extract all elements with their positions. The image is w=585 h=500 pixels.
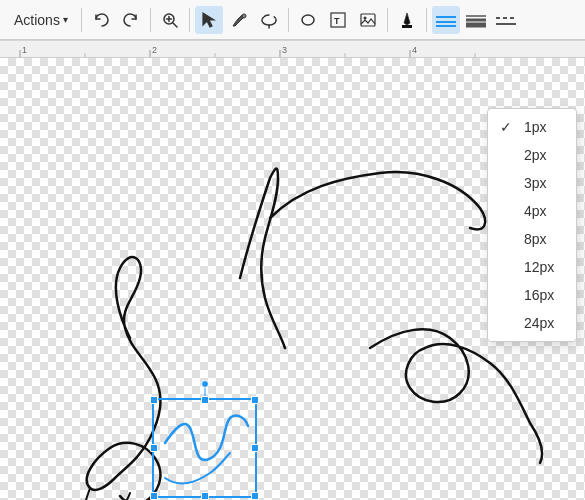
toolbar: Actions ▾ bbox=[0, 0, 585, 40]
undo-button[interactable] bbox=[87, 6, 115, 34]
canvas-area[interactable]: ✓ 1px 2px 3px 4px 8px 12px 16px 2 bbox=[0, 58, 585, 500]
pen-color-button[interactable] bbox=[393, 6, 421, 34]
draw-icon bbox=[230, 11, 248, 29]
separator-2 bbox=[150, 8, 151, 32]
image-button[interactable] bbox=[354, 6, 382, 34]
line-style-thin-icon bbox=[435, 11, 457, 29]
actions-caret: ▾ bbox=[63, 14, 68, 25]
menu-item-12px[interactable]: 12px bbox=[488, 253, 576, 281]
separator-4 bbox=[288, 8, 289, 32]
svg-rect-12 bbox=[402, 25, 412, 28]
svg-line-1 bbox=[173, 23, 177, 27]
line-style-thick-icon bbox=[465, 11, 487, 29]
svg-point-5 bbox=[242, 14, 246, 18]
actions-menu-button[interactable]: Actions ▾ bbox=[6, 8, 76, 32]
separator-1 bbox=[81, 8, 82, 32]
ruler: 1 2 3 4 bbox=[0, 40, 585, 58]
redo-icon bbox=[122, 11, 140, 29]
line-style-thick-button[interactable] bbox=[462, 6, 490, 34]
lasso-button[interactable] bbox=[255, 6, 283, 34]
svg-text:2: 2 bbox=[152, 45, 157, 55]
separator-3 bbox=[189, 8, 190, 32]
menu-label-2px: 2px bbox=[524, 147, 560, 163]
text-button[interactable]: T bbox=[324, 6, 352, 34]
svg-text:1: 1 bbox=[22, 45, 27, 55]
zoom-icon bbox=[161, 11, 179, 29]
select-icon bbox=[200, 11, 218, 29]
image-icon bbox=[359, 11, 377, 29]
menu-item-8px[interactable]: 8px bbox=[488, 225, 576, 253]
select-button[interactable] bbox=[195, 6, 223, 34]
menu-label-8px: 8px bbox=[524, 231, 560, 247]
menu-label-4px: 4px bbox=[524, 203, 560, 219]
svg-text:4: 4 bbox=[412, 45, 417, 55]
redo-button[interactable] bbox=[117, 6, 145, 34]
svg-marker-4 bbox=[203, 13, 214, 27]
line-style-thin-button[interactable] bbox=[432, 6, 460, 34]
undo-icon bbox=[92, 11, 110, 29]
zoom-button[interactable] bbox=[156, 6, 184, 34]
menu-item-1px[interactable]: ✓ 1px bbox=[488, 113, 576, 141]
menu-label-24px: 24px bbox=[524, 315, 560, 331]
pen-color-icon bbox=[398, 11, 416, 29]
line-width-dropdown: ✓ 1px 2px 3px 4px 8px 12px 16px 2 bbox=[487, 108, 577, 342]
menu-label-1px: 1px bbox=[524, 119, 560, 135]
separator-6 bbox=[426, 8, 427, 32]
oval-icon bbox=[299, 11, 317, 29]
check-icon-1px: ✓ bbox=[500, 119, 516, 135]
menu-item-4px[interactable]: 4px bbox=[488, 197, 576, 225]
svg-point-7 bbox=[302, 15, 314, 25]
menu-item-3px[interactable]: 3px bbox=[488, 169, 576, 197]
lasso-icon bbox=[260, 11, 278, 29]
ruler-svg: 1 2 3 4 bbox=[0, 40, 585, 57]
draw-button[interactable] bbox=[225, 6, 253, 34]
menu-label-3px: 3px bbox=[524, 175, 560, 191]
menu-item-2px[interactable]: 2px bbox=[488, 141, 576, 169]
menu-label-16px: 16px bbox=[524, 287, 560, 303]
line-style-dashed-button[interactable] bbox=[492, 6, 520, 34]
menu-item-16px[interactable]: 16px bbox=[488, 281, 576, 309]
svg-point-11 bbox=[363, 16, 366, 19]
actions-label: Actions bbox=[14, 12, 60, 28]
oval-button[interactable] bbox=[294, 6, 322, 34]
svg-text:3: 3 bbox=[282, 45, 287, 55]
menu-item-24px[interactable]: 24px bbox=[488, 309, 576, 337]
separator-5 bbox=[387, 8, 388, 32]
svg-text:T: T bbox=[334, 16, 340, 26]
menu-label-12px: 12px bbox=[524, 259, 560, 275]
svg-rect-10 bbox=[361, 14, 375, 26]
line-dash-icon bbox=[495, 11, 517, 29]
text-icon: T bbox=[329, 11, 347, 29]
